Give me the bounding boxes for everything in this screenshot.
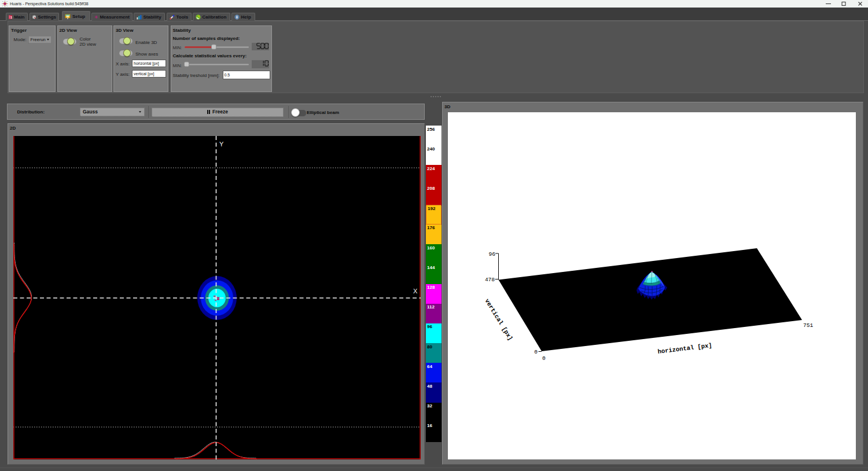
svg-text:Y: Y bbox=[219, 141, 224, 148]
svg-text:478: 478 bbox=[485, 277, 495, 283]
svg-text:0: 0 bbox=[534, 349, 538, 355]
svg-text:1: 1 bbox=[10, 16, 13, 19]
svg-text:96: 96 bbox=[489, 251, 496, 257]
svg-text:751: 751 bbox=[803, 322, 813, 329]
svg-text:0: 0 bbox=[542, 355, 546, 362]
svg-text:X: X bbox=[413, 288, 418, 295]
